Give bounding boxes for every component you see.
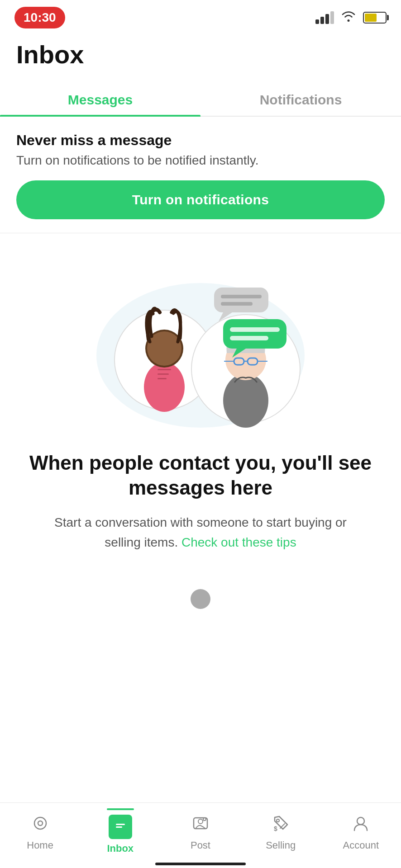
signal-bars-icon [315,11,334,24]
svg-rect-19 [223,319,286,349]
nav-label-selling: Selling [266,840,296,851]
svg-rect-6 [158,373,169,375]
svg-rect-20 [230,327,280,332]
svg-point-30 [277,819,279,822]
svg-point-22 [34,817,46,829]
svg-point-9 [223,373,268,428]
svg-rect-24 [114,821,127,830]
svg-rect-5 [158,369,171,370]
svg-point-29 [203,818,206,821]
notification-banner-title: Never miss a message [16,132,385,149]
check-tips-link[interactable]: Check out these tips [181,535,296,549]
tab-messages[interactable]: Messages [0,81,200,116]
nav-item-home[interactable]: Home [13,815,67,851]
tab-notifications[interactable]: Notifications [200,81,401,116]
svg-rect-17 [221,295,262,298]
svg-rect-26 [116,826,122,828]
nav-label-post: Post [191,840,210,851]
nav-item-selling[interactable]: $ Selling [253,815,308,851]
nav-label-home: Home [27,840,53,851]
main-heading: When people contact you, you'll see mess… [16,450,385,500]
svg-rect-16 [214,288,268,312]
illustration-section: When people contact you, you'll see mess… [0,233,401,623]
svg-rect-25 [116,824,125,825]
scroll-dot-indicator [191,589,210,609]
turn-on-notifications-button[interactable]: Turn on notifications [16,180,385,219]
illustration [83,260,318,432]
post-icon [192,815,209,836]
bottom-nav: Home Inbox Post [0,802,401,868]
inbox-icon [109,815,132,839]
svg-point-32 [357,817,364,825]
page-header: Inbox [0,32,401,73]
nav-item-account[interactable]: Account [334,815,388,851]
account-icon [352,815,369,836]
status-time: 10:30 [14,7,65,28]
tab-bar: Messages Notifications [0,81,401,117]
nav-item-post[interactable]: Post [173,815,228,851]
battery-icon [363,12,387,24]
svg-point-23 [38,821,43,826]
svg-rect-7 [158,378,167,379]
nav-label-inbox: Inbox [107,843,134,854]
home-indicator [155,863,246,865]
nav-label-account: Account [343,840,379,851]
home-icon [32,815,49,836]
svg-text:$: $ [274,825,277,832]
page-title: Inbox [16,41,385,69]
svg-rect-21 [230,336,268,340]
notification-banner-desc: Turn on notifications to be notified ins… [16,153,385,168]
wifi-icon [340,10,357,25]
nav-item-inbox[interactable]: Inbox [93,811,148,854]
status-icons [315,10,387,25]
status-bar: 10:30 [0,0,401,32]
selling-icon: $ [272,815,289,836]
main-description: Start a conversation with someone to sta… [47,513,354,553]
notification-banner: Never miss a message Turn on notificatio… [0,117,401,233]
svg-rect-18 [221,302,253,306]
svg-point-28 [198,819,203,824]
